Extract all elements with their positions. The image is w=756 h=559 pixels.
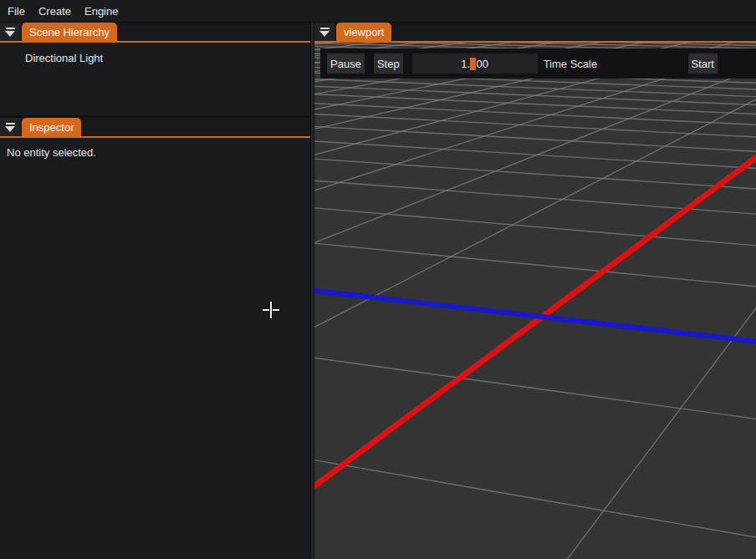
- inspector-tabbar: Inspector: [0, 118, 310, 136]
- collapse-arrow-icon: [319, 31, 329, 37]
- menu-item-engine[interactable]: Engine: [78, 5, 125, 18]
- collapse-arrow-icon: [5, 126, 15, 132]
- scene-hierarchy-tabbar: Scene Hierarchy: [0, 23, 310, 41]
- time-scale-input[interactable]: 1.000: [412, 53, 538, 74]
- tab-scene-hierarchy[interactable]: Scene Hierarchy: [22, 23, 117, 41]
- tab-viewport[interactable]: viewport: [336, 23, 391, 41]
- viewport-collapse-button[interactable]: [314, 23, 335, 41]
- pause-button[interactable]: Pause: [327, 53, 365, 74]
- scene-hierarchy-pane: Directional Light: [0, 43, 310, 115]
- viewport-grid-svg: [314, 43, 756, 559]
- text-cursor: 0: [470, 58, 476, 70]
- menu-item-create[interactable]: Create: [32, 5, 78, 18]
- collapse-arrow-icon: [5, 31, 15, 37]
- time-scale-value: 00: [476, 58, 488, 70]
- collapse-arrow-icon: [6, 28, 15, 29]
- menu-bar: File Create Engine: [0, 0, 756, 23]
- start-button[interactable]: Start: [688, 53, 718, 74]
- scene-hierarchy-collapse-button[interactable]: [0, 23, 20, 41]
- time-scale-label: Time Scale: [544, 58, 598, 70]
- collapse-arrow-icon: [320, 28, 329, 29]
- tab-inspector[interactable]: Inspector: [22, 118, 81, 136]
- main-area: Scene Hierarchy Directional Light Inspec…: [0, 23, 756, 559]
- time-scale-value: 1.: [461, 58, 470, 70]
- simulation-toolbar: Pause Step 1.000 Time Scale Start: [320, 48, 756, 79]
- left-panel-column: Scene Hierarchy Directional Light Inspec…: [0, 23, 310, 559]
- viewport-canvas[interactable]: Pause Step 1.000 Time Scale Start: [314, 43, 756, 559]
- menu-item-file[interactable]: File: [1, 5, 32, 18]
- inspector-collapse-button[interactable]: [0, 118, 20, 136]
- inspector-pane: No entity selected.: [0, 138, 310, 559]
- collapse-arrow-icon: [6, 123, 15, 125]
- hierarchy-entity-directional-light[interactable]: Directional Light: [25, 51, 310, 64]
- viewport-tabbar: viewport: [314, 23, 756, 41]
- inspector-empty-message: No entity selected.: [7, 146, 310, 159]
- viewport-column: viewport Pause Step 1.000 Time Scale Sta…: [314, 23, 756, 559]
- step-button[interactable]: Step: [374, 53, 403, 74]
